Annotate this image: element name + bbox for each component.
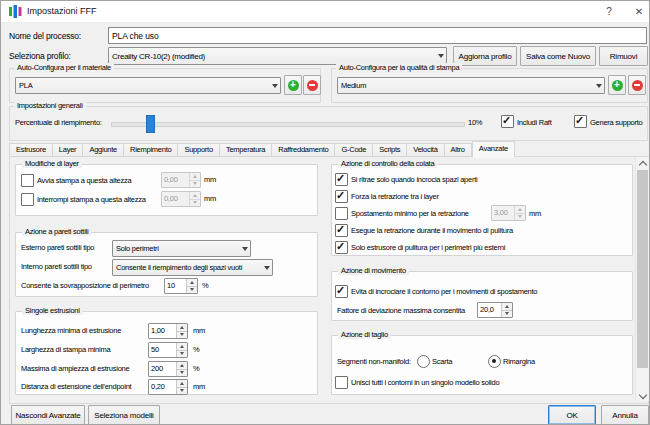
scroll-up-icon[interactable] bbox=[636, 157, 649, 169]
min-extrusion-length-label: Lunghezza minima di estrusione bbox=[21, 326, 121, 335]
min-print-width-value: 50 bbox=[149, 343, 176, 357]
non-manifold-heal-label: Rimargina bbox=[503, 357, 535, 366]
perimeter-overlap-input[interactable]: 10 bbox=[164, 278, 198, 294]
help-button[interactable]: ? bbox=[595, 1, 623, 22]
min-extrusion-length-input[interactable]: 1,00 bbox=[148, 323, 188, 339]
quality-add-button[interactable]: + bbox=[608, 75, 626, 95]
wipe-outer-perimeter-checkbox[interactable] bbox=[335, 241, 348, 254]
spin-up-icon[interactable] bbox=[177, 324, 187, 332]
max-extrusion-width-input[interactable]: 200 bbox=[148, 361, 188, 377]
scroll-down-icon[interactable] bbox=[636, 389, 649, 401]
max-extrusion-width-label: Massima di ampiezza di estrusione bbox=[21, 364, 129, 373]
tab-velocita[interactable]: Velocità bbox=[407, 143, 444, 157]
spinner-buttons bbox=[189, 173, 200, 187]
tab-aggiunte[interactable]: Aggiunte bbox=[83, 143, 124, 157]
tab-supporto[interactable]: Supporto bbox=[178, 143, 219, 157]
start-height-value: 0,00 bbox=[162, 173, 189, 187]
min-travel-retraction-input[interactable]: 3,00 bbox=[491, 205, 526, 221]
quality-select[interactable]: Medium bbox=[337, 77, 605, 94]
min-extrusion-length-value: 1,00 bbox=[149, 324, 176, 338]
retract-open-spaces-checkbox[interactable] bbox=[335, 173, 348, 186]
dropdown-arrow-icon bbox=[240, 247, 250, 251]
external-thin-wall-select[interactable]: Solo perimetri bbox=[112, 240, 251, 257]
endpoint-extension-input[interactable]: 0,20 bbox=[148, 379, 188, 395]
select-models-button[interactable]: Seleziona modelli bbox=[88, 405, 160, 425]
include-raft-checkbox[interactable] bbox=[501, 115, 514, 128]
tab-gcode[interactable]: G-Code bbox=[335, 143, 373, 157]
avoid-crossing-outline-label: Evita di incrociare il contorno per i mo… bbox=[351, 287, 537, 296]
spin-down-icon[interactable] bbox=[515, 214, 525, 221]
avoid-crossing-outline-checkbox[interactable] bbox=[335, 285, 348, 298]
non-manifold-discard-radio[interactable] bbox=[417, 355, 430, 368]
spin-down-icon[interactable] bbox=[177, 351, 187, 358]
start-height-input[interactable]: 0,00 bbox=[161, 172, 201, 188]
min-travel-retraction-checkbox[interactable] bbox=[335, 207, 348, 220]
merge-outlines-checkbox[interactable] bbox=[335, 376, 348, 389]
spin-down-icon[interactable] bbox=[177, 332, 187, 339]
spin-down-icon[interactable] bbox=[190, 181, 200, 188]
stop-height-input[interactable]: 0,00 bbox=[161, 191, 201, 207]
perimeter-overlap-unit: % bbox=[202, 281, 208, 290]
tab-scripts[interactable]: Scripts bbox=[373, 143, 407, 157]
remove-profile-button[interactable]: Rimuovi bbox=[599, 46, 648, 66]
process-name-input[interactable] bbox=[108, 27, 647, 44]
material-select[interactable]: PLA bbox=[15, 77, 281, 94]
panel-scrollbar[interactable] bbox=[635, 157, 649, 401]
perimeter-overlap-value: 10 bbox=[165, 279, 186, 293]
infill-slider-handle[interactable] bbox=[146, 115, 155, 133]
internal-thin-wall-value: Consente il riempimento degli spazi vuot… bbox=[113, 263, 262, 272]
spin-up-icon[interactable] bbox=[177, 380, 187, 388]
spin-up-icon[interactable] bbox=[190, 192, 200, 200]
start-height-checkbox[interactable] bbox=[21, 174, 34, 187]
non-manifold-heal-radio[interactable] bbox=[488, 355, 501, 368]
internal-thin-wall-select[interactable]: Consente il riempimento degli spazi vuot… bbox=[112, 259, 273, 276]
spin-up-icon[interactable] bbox=[190, 173, 200, 181]
save-as-new-button[interactable]: Salva come Nuovo bbox=[520, 46, 596, 66]
min-print-width-input[interactable]: 50 bbox=[148, 342, 188, 358]
spin-down-icon[interactable] bbox=[177, 388, 187, 395]
perimeter-overlap-label: Consente la sovrapposizione di perimetro bbox=[21, 281, 149, 290]
endpoint-extension-value: 0,20 bbox=[149, 380, 176, 394]
infill-slider-track[interactable] bbox=[111, 122, 465, 127]
spin-down-icon[interactable] bbox=[502, 311, 512, 318]
ok-button[interactable]: OK bbox=[548, 405, 596, 425]
tab-estrusore[interactable]: Estrusore bbox=[9, 143, 53, 157]
tab-avanzate[interactable]: Avanzate bbox=[472, 141, 515, 158]
retract-open-spaces-label: Si ritrae solo quando incrocia spazi ape… bbox=[351, 175, 477, 184]
movement-title: Azione di movimento bbox=[338, 266, 409, 275]
material-add-button[interactable]: + bbox=[284, 75, 302, 95]
spin-up-icon[interactable] bbox=[177, 343, 187, 351]
fff-settings-dialog: Impostazioni FFF ? ✕ Nome del processo: … bbox=[0, 0, 650, 425]
process-name-label: Nome del processo: bbox=[9, 31, 81, 41]
tab-layer[interactable]: Layer bbox=[53, 143, 84, 157]
wipe-retraction-checkbox[interactable] bbox=[335, 224, 348, 237]
single-extrusions-title: Singole estrusioni bbox=[22, 306, 83, 315]
stop-height-checkbox[interactable] bbox=[21, 193, 34, 206]
scrollbar-thumb[interactable] bbox=[637, 170, 648, 368]
max-extrusion-width-unit: % bbox=[193, 364, 199, 373]
dropdown-arrow-icon bbox=[436, 54, 446, 58]
spin-down-icon[interactable] bbox=[190, 200, 200, 207]
spin-down-icon[interactable] bbox=[177, 370, 187, 377]
quality-remove-button[interactable] bbox=[628, 75, 646, 95]
spin-up-icon[interactable] bbox=[187, 279, 197, 287]
hide-advanced-button[interactable]: Nascondi Avanzate bbox=[11, 405, 85, 425]
update-profile-button[interactable]: Aggiorna profilo bbox=[453, 46, 517, 66]
max-deviation-input[interactable]: 20,0 bbox=[477, 302, 513, 318]
spinner-buttons bbox=[501, 303, 512, 317]
tab-altro[interactable]: Altro bbox=[445, 143, 472, 157]
spin-up-icon[interactable] bbox=[177, 362, 187, 370]
cancel-button[interactable]: Annulla bbox=[601, 405, 649, 425]
spin-up-icon[interactable] bbox=[515, 206, 525, 214]
material-remove-button[interactable] bbox=[303, 75, 321, 95]
close-button[interactable]: ✕ bbox=[625, 1, 650, 22]
generate-support-checkbox[interactable] bbox=[574, 115, 587, 128]
spin-down-icon[interactable] bbox=[187, 287, 197, 294]
spin-up-icon[interactable] bbox=[502, 303, 512, 311]
tab-raffreddamento[interactable]: Raffreddamento bbox=[272, 143, 335, 157]
tab-riempimento[interactable]: Riempimento bbox=[124, 143, 178, 157]
min-print-width-unit: % bbox=[193, 345, 199, 354]
force-retraction-checkbox[interactable] bbox=[335, 190, 348, 203]
tab-temperatura[interactable]: Temperatura bbox=[220, 143, 272, 157]
profile-label: Seleziona profilo: bbox=[9, 51, 71, 61]
